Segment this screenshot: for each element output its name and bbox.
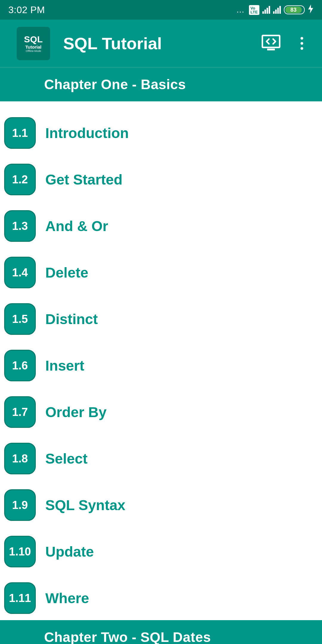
lesson-badge: 1.4: [4, 257, 36, 288]
more-options-icon[interactable]: [295, 36, 309, 51]
logo-line3: Offline-Mode: [26, 49, 41, 52]
status-time: 3:02 PM: [8, 4, 45, 16]
lesson-badge: 1.10: [4, 536, 36, 567]
lesson-row[interactable]: 1.1 Introduction: [0, 111, 322, 155]
chapter-header-1: Chapter One - Basics: [0, 67, 322, 101]
lesson-title: Delete: [45, 264, 88, 281]
lesson-row[interactable]: 1.11 Where: [0, 576, 322, 620]
lesson-row[interactable]: 1.7 Order By: [0, 390, 322, 434]
volte-icon: VoLTE: [249, 5, 259, 15]
lesson-badge: 1.8: [4, 443, 36, 474]
lesson-badge: 1.3: [4, 210, 36, 242]
lesson-badge: 1.9: [4, 489, 36, 521]
lesson-badge: 1.1: [4, 117, 36, 149]
lesson-badge: 1.5: [4, 303, 36, 335]
logo-line1: SQL: [24, 34, 43, 44]
lesson-title: SQL Syntax: [45, 497, 126, 513]
svg-rect-1: [267, 49, 275, 50]
svg-rect-0: [262, 35, 280, 47]
lesson-badge: 1.6: [4, 350, 36, 381]
lesson-row[interactable]: 1.2 Get Started: [0, 157, 322, 202]
lesson-badge: 1.2: [4, 164, 36, 195]
lesson-row[interactable]: 1.8 Select: [0, 436, 322, 481]
signal-2-icon: [273, 6, 281, 14]
lesson-title: Insert: [45, 357, 84, 374]
lesson-row[interactable]: 1.10 Update: [0, 530, 322, 574]
lesson-title: Order By: [45, 404, 106, 420]
lesson-title: Update: [45, 544, 94, 560]
code-monitor-icon[interactable]: [261, 32, 281, 55]
lesson-badge: 1.7: [4, 396, 36, 428]
app-bar: SQL Tutorial Offline-Mode SQL Tutorial: [0, 20, 322, 67]
lesson-row[interactable]: 1.9 SQL Syntax: [0, 483, 322, 527]
lesson-title: Introduction: [45, 125, 129, 141]
status-overflow-icon: …: [236, 5, 245, 15]
status-bar: 3:02 PM … VoLTE 83: [0, 0, 322, 20]
lesson-list-chapter-1: 1.1 Introduction 1.2 Get Started 1.3 And…: [0, 101, 322, 620]
lesson-badge: 1.11: [4, 582, 36, 614]
lesson-title: Select: [45, 451, 87, 467]
logo-line2: Tutorial: [25, 44, 41, 49]
lesson-title: And & Or: [45, 218, 108, 234]
app-title: SQL Tutorial: [63, 34, 261, 53]
battery-level: 83: [285, 7, 302, 13]
chapter-header-2: Chapter Two - SQL Dates: [0, 620, 322, 644]
lesson-row[interactable]: 1.4 Delete: [0, 250, 322, 295]
charging-bolt-icon: [308, 4, 314, 16]
lesson-title: Get Started: [45, 171, 123, 188]
battery-icon: 83: [284, 5, 305, 14]
status-right: … VoLTE 83: [236, 4, 314, 16]
app-logo[interactable]: SQL Tutorial Offline-Mode: [17, 27, 50, 60]
lesson-title: Where: [45, 590, 89, 606]
signal-1-icon: [262, 6, 270, 14]
lesson-row[interactable]: 1.5 Distinct: [0, 297, 322, 341]
lesson-row[interactable]: 1.6 Insert: [0, 343, 322, 388]
lesson-title: Distinct: [45, 311, 98, 327]
lesson-row[interactable]: 1.3 And & Or: [0, 204, 322, 248]
